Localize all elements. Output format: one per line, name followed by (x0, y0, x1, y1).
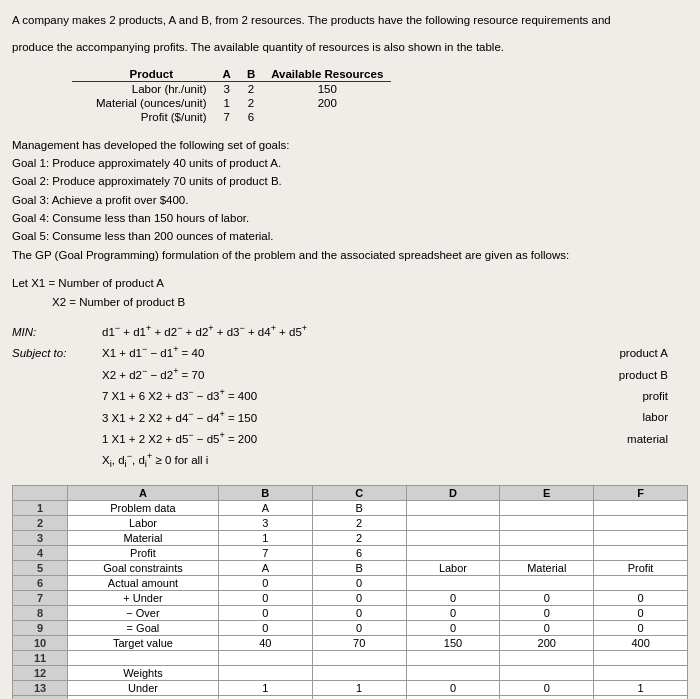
row-number: 11 (13, 650, 68, 665)
cell-12-e (500, 665, 594, 680)
cell-9-f: 0 (594, 620, 688, 635)
spreadsheet-table: A B C D E F 1Problem dataAB2Labor323Mate… (12, 485, 688, 699)
cell-11-a (68, 650, 219, 665)
cell-3-d (406, 530, 500, 545)
constraint-2: X2 + d2− − d2+ = 70 (102, 364, 568, 385)
let-x1: Let X1 = Number of product A (12, 274, 688, 292)
cell-5-f: Profit (594, 560, 688, 575)
profit-b: 6 (239, 110, 263, 124)
cell-10-f: 400 (594, 635, 688, 650)
row-number: 8 (13, 605, 68, 620)
cell-4-f (594, 545, 688, 560)
subject-label: Subject to: (12, 344, 102, 364)
material-a: 1 (215, 96, 239, 110)
cell-3-c: 2 (312, 530, 406, 545)
profit-label: Profit ($/unit) (88, 110, 215, 124)
cell-14-b: 1 (218, 695, 312, 699)
table-row: 1Problem dataAB (13, 500, 688, 515)
cell-11-f (594, 650, 688, 665)
cell-8-d: 0 (406, 605, 500, 620)
row-number: 9 (13, 620, 68, 635)
cell-3-a: Material (68, 530, 219, 545)
cell-13-d: 0 (406, 680, 500, 695)
cell-7-e: 0 (500, 590, 594, 605)
cell-10-b: 40 (218, 635, 312, 650)
row-number: 7 (13, 590, 68, 605)
cell-6-f (594, 575, 688, 590)
cell-13-b: 1 (218, 680, 312, 695)
cell-6-e (500, 575, 594, 590)
cell-8-e: 0 (500, 605, 594, 620)
cell-6-b: 0 (218, 575, 312, 590)
row-number: 14 (13, 695, 68, 699)
min-label: MIN: (12, 323, 102, 343)
table-row: 2Labor32 (13, 515, 688, 530)
intro-paragraph: A company makes 2 products, A and B, fro… (12, 12, 688, 57)
row-number: 12 (13, 665, 68, 680)
cell-12-a: Weights (68, 665, 219, 680)
table-row: 6Actual amount00 (13, 575, 688, 590)
cell-12-d (406, 665, 500, 680)
cell-8-a: − Over (68, 605, 219, 620)
cell-3-e (500, 530, 594, 545)
labor-b: 2 (239, 81, 263, 96)
col-header-f: F (594, 485, 688, 500)
cell-11-e (500, 650, 594, 665)
material-avail: 200 (263, 96, 391, 110)
cell-9-d: 0 (406, 620, 500, 635)
goal-5: Goal 5: Consume less than 200 ounces of … (12, 227, 688, 245)
cell-6-c: 0 (312, 575, 406, 590)
cell-11-d (406, 650, 500, 665)
constraint-4-comment: labor (568, 408, 688, 428)
col-header-c: C (312, 485, 406, 500)
goal-3: Goal 3: Achieve a profit over $400. (12, 191, 688, 209)
cell-12-f (594, 665, 688, 680)
cell-2-f (594, 515, 688, 530)
cell-12-b (218, 665, 312, 680)
cell-2-b: 3 (218, 515, 312, 530)
labor-label: Labor (hr./unit) (88, 81, 215, 96)
cell-7-a: + Under (68, 590, 219, 605)
cell-13-f: 1 (594, 680, 688, 695)
cell-1-f (594, 500, 688, 515)
cell-14-d: 1 (406, 695, 500, 699)
constraint-nonnegativity: Xi, di−, di+ ≥ 0 for all i (102, 449, 688, 472)
cell-13-a: Under (68, 680, 219, 695)
cell-2-e (500, 515, 594, 530)
cell-13-c: 1 (312, 680, 406, 695)
cell-3-b: 1 (218, 530, 312, 545)
resource-table: Product A B Available Resources Labor (h… (72, 67, 391, 124)
table-row: 8− Over00000 (13, 605, 688, 620)
row-number: 10 (13, 635, 68, 650)
cell-7-f: 0 (594, 590, 688, 605)
cell-14-a: Over (68, 695, 219, 699)
intro-line1: A company makes 2 products, A and B, fro… (12, 12, 688, 29)
labor-avail: 150 (263, 81, 391, 96)
table-row: 12Weights (13, 665, 688, 680)
gp-formulation-intro: The GP (Goal Programming) formulation of… (12, 246, 688, 264)
cell-1-a: Problem data (68, 500, 219, 515)
row-number: 1 (13, 500, 68, 515)
cell-5-c: B (312, 560, 406, 575)
table-row: 5Goal constraintsABLaborMaterialProfit (13, 560, 688, 575)
cell-5-a: Goal constraints (68, 560, 219, 575)
goals-section: Management has developed the following s… (12, 136, 688, 265)
cell-11-b (218, 650, 312, 665)
cell-10-c: 70 (312, 635, 406, 650)
cell-9-e: 0 (500, 620, 594, 635)
constraint-1: X1 + d1− − d1+ = 40 (102, 342, 568, 363)
cell-6-a: Actual amount (68, 575, 219, 590)
cell-14-e: 1 (500, 695, 594, 699)
cell-8-f: 0 (594, 605, 688, 620)
cell-13-e: 0 (500, 680, 594, 695)
let-section: Let X1 = Number of product A X2 = Number… (12, 274, 688, 311)
col-header-d: D (406, 485, 500, 500)
cell-2-d (406, 515, 500, 530)
constraint-1-comment: product A (568, 344, 688, 364)
cell-10-e: 200 (500, 635, 594, 650)
cell-10-d: 150 (406, 635, 500, 650)
cell-7-d: 0 (406, 590, 500, 605)
cell-4-d (406, 545, 500, 560)
table-row: 7+ Under00000 (13, 590, 688, 605)
table-row: 9= Goal00000 (13, 620, 688, 635)
